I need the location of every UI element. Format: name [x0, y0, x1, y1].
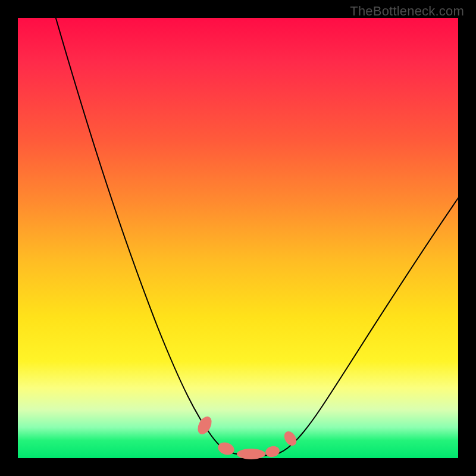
plot-area: [18, 18, 458, 458]
trough-blob-left: [217, 440, 236, 457]
trough-blob-right: [264, 445, 280, 459]
watermark-text: TheBottleneck.com: [350, 4, 464, 19]
trough-blob-mid: [237, 449, 265, 459]
curve-left-branch: [55, 14, 237, 454]
chart-frame: TheBottleneck.com: [0, 0, 476, 476]
curve-right-branch: [278, 196, 459, 453]
left-entry-blob: [195, 414, 215, 437]
right-exit-blob: [281, 429, 299, 448]
curve-svg: [18, 18, 458, 458]
